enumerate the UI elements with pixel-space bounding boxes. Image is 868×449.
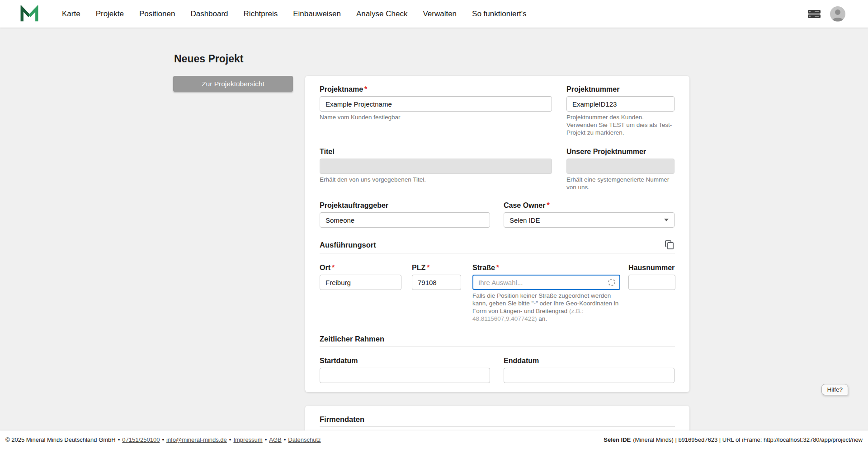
- section-zeitlicher-rahmen-title: Zeitlicher Rahmen: [320, 334, 384, 343]
- required-asterisk: *: [547, 201, 549, 209]
- hausnummer-input[interactable]: [628, 275, 675, 290]
- copy-address-button[interactable]: [664, 239, 675, 250]
- nav-item-richtpreis[interactable]: Richtpreis: [244, 9, 278, 19]
- enddatum-input[interactable]: [504, 368, 675, 383]
- chevron-down-icon: [664, 219, 669, 221]
- strasse-label: Straße*: [472, 263, 620, 272]
- startdatum-label: Startdatum: [320, 356, 490, 365]
- footer-copyright: © 2025 Mineral Minds Deutschland GmbH: [5, 436, 116, 443]
- projektname-label: Projektname*: [320, 85, 552, 94]
- nav-item-positionen[interactable]: Positionen: [139, 9, 175, 19]
- firmendaten-card: Firmendaten: [305, 406, 689, 430]
- server-icon-glyph: [807, 9, 821, 19]
- titel-input: [320, 159, 552, 174]
- person-icon: [830, 6, 845, 22]
- nav-item-projekte[interactable]: Projekte: [96, 9, 124, 19]
- footer-datenschutz-link[interactable]: Datenschutz: [288, 436, 321, 443]
- projektname-helper: Name vom Kunden festlegbar: [320, 113, 552, 121]
- footer-session-info: (Mineral Minds) | b91695ed7623 | URL of …: [633, 436, 863, 443]
- strasse-helper: Falls die Position keiner Straße zugeord…: [472, 292, 620, 323]
- help-button[interactable]: Hilfe?: [821, 384, 848, 395]
- nav-item-dashboard[interactable]: Dashboard: [190, 9, 228, 19]
- titel-label: Titel: [320, 147, 552, 156]
- ort-label: Ort*: [320, 263, 401, 272]
- separator: •: [118, 436, 120, 443]
- projektnummer-helper: Projektnummer des Kunden. Verwenden Sie …: [566, 113, 675, 136]
- nav-item-karte[interactable]: Karte: [62, 9, 80, 19]
- required-asterisk: *: [496, 264, 499, 271]
- footer-phone-link[interactable]: 07151/250100: [122, 436, 160, 443]
- plz-label: PLZ*: [412, 263, 461, 272]
- separator: •: [229, 436, 231, 443]
- back-to-project-overview-button[interactable]: Zur Projektübersicht: [173, 76, 293, 92]
- loading-spinner-icon: [608, 278, 616, 286]
- top-navbar: Karte Projekte Positionen Dashboard Rich…: [0, 0, 868, 28]
- case-owner-select[interactable]: Selen IDE: [504, 212, 675, 228]
- startdatum-input[interactable]: [320, 368, 490, 383]
- unsere-projektnummer-input: [566, 159, 675, 174]
- projektname-input[interactable]: [320, 96, 552, 112]
- strasse-input[interactable]: [472, 275, 620, 290]
- user-avatar[interactable]: [830, 6, 845, 22]
- enddatum-label: Enddatum: [504, 356, 675, 365]
- required-asterisk: *: [332, 264, 335, 271]
- footer-impressum-link[interactable]: Impressum: [233, 436, 262, 443]
- copy-icon: [664, 239, 675, 250]
- main-navigation: Karte Projekte Positionen Dashboard Rich…: [62, 9, 527, 19]
- project-form-card: Projektname* Name vom Kunden festlegbar …: [305, 76, 689, 392]
- required-asterisk: *: [427, 264, 429, 271]
- unsere-projektnummer-label: Unsere Projektnummer: [566, 147, 675, 156]
- separator: •: [162, 436, 164, 443]
- nav-item-verwalten[interactable]: Verwalten: [423, 9, 457, 19]
- projektauftraggeber-input[interactable]: [320, 212, 490, 228]
- case-owner-label: Case Owner*: [504, 201, 675, 210]
- plz-input[interactable]: [412, 275, 461, 290]
- section-firmendaten-title: Firmendaten: [320, 415, 364, 424]
- footer-agb-link[interactable]: AGB: [269, 436, 281, 443]
- nav-item-analyse-check[interactable]: Analyse Check: [356, 9, 407, 19]
- page-footer: © 2025 Mineral Minds Deutschland GmbH • …: [0, 430, 868, 449]
- avatar: [830, 6, 845, 22]
- projektnummer-label: Projektnummer: [566, 85, 675, 94]
- main-content: Neues Projekt Zur Projektübersicht Proje…: [0, 28, 868, 430]
- unsere-projektnummer-helper: Erhält eine systemgenerierte Nummer von …: [566, 176, 675, 191]
- section-ausfuehrungsort-title: Ausführungsort: [320, 240, 376, 249]
- mineral-minds-logo-icon: [20, 5, 38, 23]
- nav-item-einbauweisen[interactable]: Einbauweisen: [293, 9, 341, 19]
- app-logo[interactable]: [20, 5, 38, 23]
- case-owner-selected-value: Selen IDE: [509, 216, 540, 224]
- ort-input[interactable]: [320, 275, 401, 290]
- titel-helper: Erhält den von uns vorgegebenen Titel.: [320, 176, 552, 183]
- nav-item-so-funktionierts[interactable]: So funktioniert's: [472, 9, 526, 19]
- projektauftraggeber-label: Projektauftraggeber: [320, 201, 490, 210]
- separator: •: [265, 436, 267, 443]
- hausnummer-label: Hausnummer: [628, 263, 675, 272]
- required-asterisk: *: [364, 85, 367, 93]
- footer-user-name: Selen IDE: [604, 436, 631, 443]
- page-title: Neues Projekt: [174, 53, 689, 65]
- projektnummer-input[interactable]: [566, 96, 675, 112]
- server-icon[interactable]: [807, 9, 821, 19]
- footer-email-link[interactable]: info@mineral-minds.de: [166, 436, 227, 443]
- separator: •: [284, 436, 286, 443]
